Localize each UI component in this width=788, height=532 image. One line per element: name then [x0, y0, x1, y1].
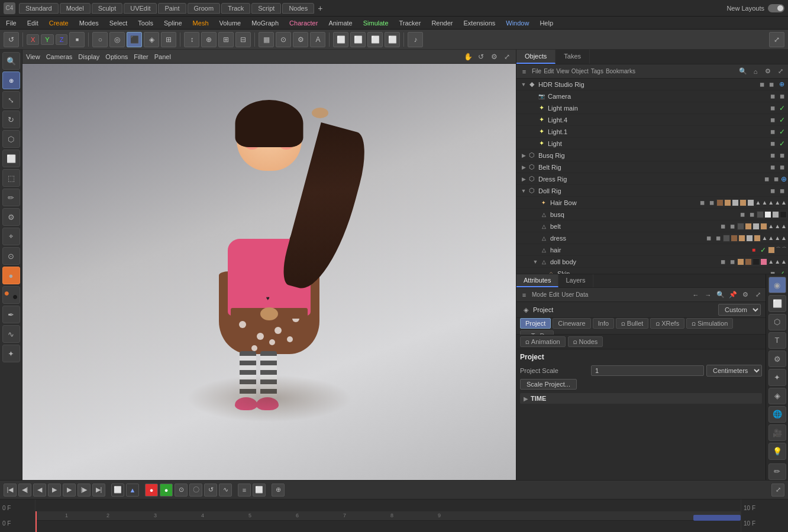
vis2-l1[interactable]: ✓ — [777, 127, 787, 137]
tab-uvedit[interactable]: UVEdit — [124, 3, 157, 14]
vis1-l4[interactable]: ◼ — [768, 115, 777, 125]
vis2-hairbow[interactable]: ◼ — [707, 198, 716, 207]
vis2-dollbody[interactable]: ◼ — [728, 257, 737, 267]
attr-pin-btn[interactable]: 📌 — [728, 290, 738, 300]
obj-col-tags[interactable]: Tags — [591, 68, 603, 74]
tab-paint[interactable]: Paint — [158, 3, 186, 14]
vis1-hairbow[interactable]: ◼ — [697, 198, 707, 207]
tab-takes[interactable]: Takes — [556, 50, 590, 64]
vp-menu-filter[interactable]: Filter — [134, 53, 148, 60]
vis1-l1[interactable]: ◼ — [768, 127, 777, 137]
tool-select2[interactable]: ⬚ — [2, 169, 20, 187]
attr-edit-label[interactable]: Edit — [549, 291, 559, 298]
expand-light[interactable] — [529, 140, 537, 147]
vis2-skin[interactable]: ✓ — [777, 269, 787, 274]
side-icon-text[interactable]: T — [768, 332, 786, 349]
obj-row-light[interactable]: ✦ Light ◼ ✓ — [516, 138, 788, 150]
tab-sculpt[interactable]: Sculpt — [92, 3, 123, 14]
obj-settings-btn[interactable]: ⚙ — [763, 66, 773, 77]
obj-col-object[interactable]: Object — [571, 68, 589, 74]
attr-tab-simulation[interactable]: Ω Simulation — [686, 318, 733, 329]
tool-two-colors[interactable]: ● ● — [2, 286, 20, 304]
expand-dressrig[interactable]: ▶ — [520, 176, 527, 183]
expand-busqrig[interactable]: ▶ — [520, 152, 527, 159]
menu-volume[interactable]: Volume — [217, 18, 244, 28]
expand-light4[interactable] — [529, 116, 537, 124]
side-icon-deformer[interactable]: ◈ — [768, 388, 786, 404]
vp-menu-display[interactable]: Display — [78, 53, 99, 60]
menu-extensions[interactable]: Extensions — [461, 18, 498, 28]
side-icon-camera-record[interactable]: 🎥 — [768, 424, 786, 441]
tool-color[interactable]: ● — [2, 267, 20, 284]
tl-record-obj[interactable]: ⬜ — [111, 484, 124, 497]
obj-col-bookmarks[interactable]: Bookmarks — [606, 68, 635, 74]
scale-project-btn[interactable]: Scale Project... — [520, 379, 577, 390]
vis1-busq[interactable]: ◼ — [738, 210, 747, 219]
tl-expand-btn[interactable]: ⤢ — [771, 484, 784, 497]
side-icon-prism[interactable]: ⬡ — [768, 314, 786, 330]
tool-move[interactable]: ⊕ — [2, 72, 20, 89]
menu-character[interactable]: Character — [287, 18, 320, 28]
tl-record-pos[interactable]: ▲ — [126, 484, 139, 497]
obj-expand-btn[interactable]: ⤢ — [775, 66, 786, 77]
tool-brush[interactable]: ✏ — [2, 189, 20, 206]
obj-row-busq-rig[interactable]: ▶ ⬡ Busq Rig ◼ ◼ — [516, 150, 788, 161]
vis1-dollrig[interactable]: ◼ — [768, 186, 777, 196]
render-settings-btn[interactable]: ⚙ — [293, 32, 308, 47]
side-icon-bones[interactable]: ⚙ — [768, 351, 786, 367]
tl-next-frame[interactable]: ▶ — [63, 484, 76, 497]
obj-row-doll-body[interactable]: ▼ △ doll body ◼ ◼ ▲ ▲ ▲ — [516, 256, 788, 268]
tab-objects[interactable]: Objects — [516, 50, 556, 64]
obj-col-file[interactable]: File — [532, 68, 541, 74]
sym-btn[interactable]: ⊟ — [235, 32, 251, 47]
attr-fwd-btn[interactable]: → — [703, 290, 713, 300]
scale-btn[interactable]: ⊞ — [161, 32, 176, 47]
vis1-dollbody[interactable]: ◼ — [718, 257, 728, 267]
menu-mograph[interactable]: MoGraph — [249, 18, 281, 28]
expand-light1[interactable] — [529, 128, 537, 135]
vis1-hdr[interactable]: ◼ — [757, 80, 767, 89]
menu-window[interactable]: Window — [503, 18, 531, 28]
menu-modes[interactable]: Modes — [77, 18, 101, 28]
tool-3d[interactable]: ⬡ — [2, 130, 20, 148]
grid-btn[interactable]: ⊕ — [201, 32, 217, 47]
attr-menu-btn[interactable]: ≡ — [519, 290, 529, 300]
tl-prev-frame[interactable]: ◀ — [33, 484, 46, 497]
attr-back-btn[interactable]: ← — [690, 290, 701, 300]
obj-col-edit[interactable]: Edit — [544, 68, 554, 74]
expand-busq[interactable] — [532, 211, 539, 218]
obj-row-busq[interactable]: △ busq ◼ ◼ — [516, 209, 788, 220]
attr-mode-label[interactable]: Mode — [532, 291, 547, 298]
sound-btn[interactable]: ♪ — [408, 32, 423, 47]
custom-dropdown[interactable]: Custom — [718, 304, 761, 316]
obj-home-btn[interactable]: ⌂ — [750, 66, 761, 77]
expand-dollrig[interactable]: ▼ — [520, 187, 527, 194]
tab-standard[interactable]: Standard — [19, 3, 59, 14]
vp-menu-cameras[interactable]: Cameras — [46, 53, 73, 60]
tl-extra-btn[interactable]: ⊕ — [272, 484, 285, 497]
menu-render[interactable]: Render — [429, 18, 455, 28]
tool-star[interactable]: ✦ — [2, 345, 20, 362]
obj-toolbar-menu[interactable]: ≡ — [519, 66, 529, 77]
render2-btn[interactable]: A — [310, 32, 325, 47]
tab-script[interactable]: Script — [251, 3, 281, 14]
tab-model[interactable]: Model — [60, 3, 91, 14]
vis1-busqrig[interactable]: ◼ — [768, 151, 777, 160]
vis2-dollrig[interactable]: ◼ — [777, 186, 787, 196]
attr-tab-bullet[interactable]: Ω Bullet — [616, 318, 648, 329]
tl-record-btn[interactable]: ● — [160, 484, 173, 497]
tl-track-btn[interactable]: ⬜ — [253, 484, 266, 497]
field-unit-select[interactable]: Centimeters Meters Inches — [706, 365, 762, 377]
attr-settings-btn[interactable]: ⚙ — [740, 290, 751, 300]
select-rect-btn[interactable]: ◎ — [109, 32, 125, 47]
tl-last-frame[interactable]: ▶| — [92, 484, 105, 497]
side-icon-globe[interactable]: 🌐 — [768, 406, 786, 423]
tl-autokey[interactable]: ● — [145, 484, 158, 497]
vis1-beltrig[interactable]: ◼ — [768, 163, 777, 172]
side-icon-cube[interactable]: ⬜ — [768, 295, 786, 312]
mode-btn[interactable]: ⬛ — [127, 32, 142, 47]
tool-pointer[interactable]: 🔍 — [2, 52, 20, 70]
obj-row-skin[interactable]: ◇ Skin ◼ ✓ — [516, 268, 788, 274]
vis2-l4[interactable]: ✓ — [777, 115, 787, 125]
tab-nodes[interactable]: Nodes — [282, 3, 314, 14]
